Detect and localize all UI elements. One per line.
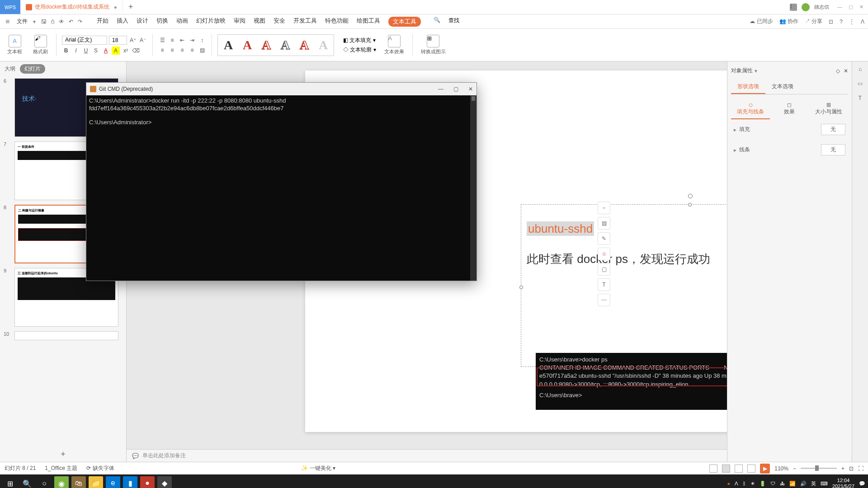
tray-battery-icon[interactable]: 🔋	[760, 481, 766, 487]
gitcmd-window[interactable]: Git CMD (Deprecated) — ▢ ✕ C:\Users\Admi…	[86, 82, 477, 281]
share-button[interactable]: ↗ 分享	[805, 18, 822, 25]
font-color-button[interactable]: A	[102, 47, 110, 55]
float-crop-icon[interactable]: ▢	[598, 263, 610, 276]
tab-features[interactable]: 特色功能	[325, 17, 349, 27]
align-justify-button[interactable]: ≡	[188, 46, 196, 54]
indent-dec-button[interactable]: ⇤	[178, 36, 186, 44]
missing-font-warning[interactable]: ⟳ 缺失字体	[86, 465, 114, 472]
app-icon-1[interactable]: ◉	[54, 476, 69, 488]
float-text-icon[interactable]: T	[598, 278, 610, 291]
slide-main-text[interactable]: 此时查看 docker ps，发现运行成功	[527, 251, 710, 267]
collapse-ribbon-icon[interactable]: ᐱ	[861, 19, 864, 25]
style-preset-1[interactable]: A	[220, 37, 237, 54]
rotate-handle[interactable]	[688, 194, 693, 198]
gitcmd-scrollbar[interactable]	[470, 95, 476, 281]
bullets-button[interactable]: ☰	[158, 36, 166, 44]
numbering-button[interactable]: ≡	[168, 36, 176, 44]
props-pin-icon[interactable]: ◇	[836, 68, 840, 74]
user-avatar[interactable]	[802, 3, 810, 11]
save-icon[interactable]: 🖫	[41, 19, 47, 25]
props-subtab-size[interactable]: ⊞ 大小与属性	[809, 99, 848, 119]
beautify-button[interactable]: ✨ 一键美化 ▾	[301, 465, 335, 472]
sorter-view-icon[interactable]	[722, 465, 730, 473]
float-layers-icon[interactable]: ▤	[598, 217, 610, 230]
grid-view-icon[interactable]	[747, 465, 755, 473]
gitcmd-maximize-button[interactable]: ▢	[453, 86, 458, 92]
file-menu[interactable]: 文件	[13, 18, 31, 25]
resize-handle-left[interactable]	[519, 286, 523, 289]
tray-bluetooth-icon[interactable]: ᛒ	[743, 481, 746, 486]
float-minus-icon[interactable]: −	[598, 202, 610, 214]
style-preset-5[interactable]: A	[296, 37, 313, 54]
tray-wifi-icon[interactable]: 📶	[789, 481, 796, 487]
slides-view-button[interactable]: 幻灯片	[20, 64, 45, 74]
text-styles-gallery[interactable]: A A A A A A	[217, 34, 334, 56]
tab-slideshow[interactable]: 幻灯片放映	[196, 17, 226, 27]
slideshow-button[interactable]: ▶	[760, 464, 770, 474]
align-right-button[interactable]: ≡	[178, 46, 186, 54]
tray-keyboard-icon[interactable]: ⌨	[821, 481, 828, 487]
tab-review[interactable]: 审阅	[234, 17, 245, 27]
tray-weather-icon[interactable]: ☀	[750, 481, 755, 487]
menu-toggle-icon[interactable]: ≡	[4, 18, 11, 26]
font-size-select[interactable]	[109, 36, 127, 45]
font-name-select[interactable]	[62, 36, 107, 45]
textbox-icon[interactable]: A	[9, 35, 21, 47]
text-effect-icon[interactable]: A	[388, 35, 401, 47]
highlight-button[interactable]: A	[112, 47, 120, 55]
tab-drawing[interactable]: 绘图工具	[357, 17, 380, 27]
text-outline-button[interactable]: ◇ 文本轮廓 ▾	[343, 46, 376, 54]
tray-ime[interactable]: 英	[811, 480, 816, 487]
tray-network-icon[interactable]: 🖧	[780, 481, 785, 486]
style-preset-2[interactable]: A	[239, 37, 256, 54]
fit-button[interactable]: ⊡	[849, 465, 854, 472]
props-tab-shape[interactable]: 形状选项	[731, 80, 765, 94]
props-tab-text[interactable]: 文本选项	[765, 80, 800, 94]
tab-devtools[interactable]: 开发工具	[293, 17, 317, 27]
line-spacing-button[interactable]: ↕	[198, 36, 206, 44]
textbox-selection[interactable]	[521, 204, 727, 367]
align-left-button[interactable]: ≡	[158, 46, 166, 54]
edge-icon[interactable]: e	[106, 476, 120, 488]
app-icon-2[interactable]: ◆	[157, 476, 172, 488]
close-button[interactable]: ✕	[859, 4, 863, 10]
underline-button[interactable]: U	[82, 47, 90, 55]
line-expand-icon[interactable]: ▸	[734, 147, 736, 153]
more-icon[interactable]: ⋮	[849, 19, 854, 25]
float-pen-icon[interactable]: ✎	[598, 232, 610, 245]
indent-inc-button[interactable]: ⇥	[188, 36, 196, 44]
float-star-icon[interactable]: ☆	[598, 248, 610, 260]
style-preset-4[interactable]: A	[277, 37, 294, 54]
maximize-button[interactable]: ▢	[849, 4, 853, 10]
explorer-icon[interactable]: 📁	[89, 476, 103, 488]
clear-format-button[interactable]: ⌫	[132, 47, 140, 55]
strike-button[interactable]: S	[92, 47, 100, 55]
tray-record-icon[interactable]: ●	[727, 481, 730, 486]
float-more-icon[interactable]: ⋯	[598, 294, 610, 306]
add-slide-button[interactable]: +	[0, 447, 126, 462]
italic-button[interactable]: I	[72, 47, 80, 55]
notifications-icon[interactable]: 💬	[859, 481, 865, 487]
tray-expand-icon[interactable]: ᐱ	[735, 481, 738, 487]
new-tab-button[interactable]: +	[123, 2, 139, 12]
tab-view[interactable]: 视图	[254, 17, 265, 27]
search-taskbar-icon[interactable]: 🔍	[20, 476, 34, 488]
gitcmd-close-button[interactable]: ✕	[468, 86, 473, 92]
fullscreen-icon[interactable]: ⛶	[858, 465, 863, 472]
align-center-button[interactable]: ≡	[168, 46, 176, 54]
bold-button[interactable]: B	[62, 47, 70, 55]
tab-transition[interactable]: 切换	[156, 17, 168, 27]
format-painter-icon[interactable]: 🖌	[34, 35, 47, 47]
zoom-slider[interactable]	[801, 468, 837, 469]
resize-handle-top[interactable]	[688, 203, 692, 206]
file-dropdown-icon[interactable]: ▾	[33, 19, 36, 25]
taskbar-clock[interactable]: 12:04 2021/5/27	[832, 478, 854, 488]
document-tab[interactable]: 使用docker集成ci持续集成系统 ●	[20, 0, 123, 14]
gitcmd-terminal[interactable]: C:\Users\Administrator>docker run -itd -…	[86, 95, 476, 281]
decrease-font-icon[interactable]: A⁻	[139, 36, 147, 44]
props-subtab-effect[interactable]: ◻ 效果	[770, 99, 809, 119]
reading-view-icon[interactable]	[735, 465, 743, 473]
outline-view-button[interactable]: 大纲	[5, 65, 15, 73]
collab-button[interactable]: 👥 协作	[779, 18, 798, 25]
tab-start[interactable]: 开始	[97, 17, 108, 27]
